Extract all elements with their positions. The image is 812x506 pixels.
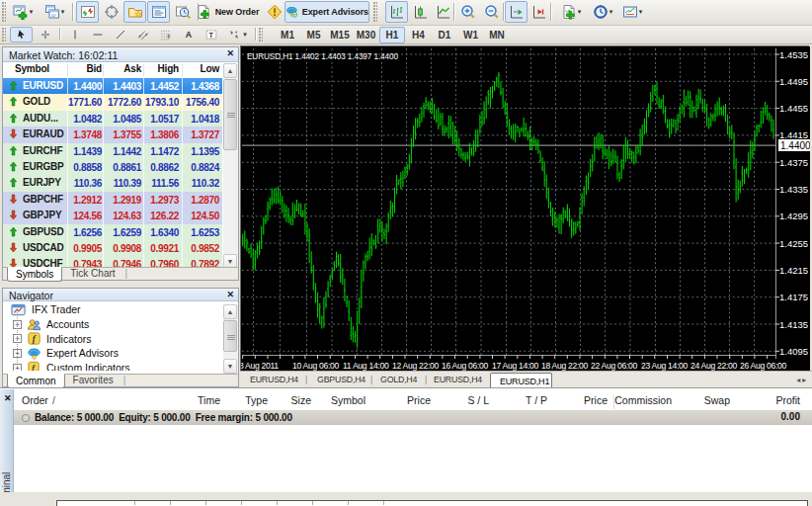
- svg-text:1.4135: 1.4135: [779, 319, 808, 330]
- svg-text:11 Aug 14:00: 11 Aug 14:00: [343, 361, 389, 371]
- svg-text:1.4255: 1.4255: [779, 238, 808, 249]
- svg-text:8 Aug 2011: 8 Aug 2011: [241, 361, 279, 371]
- svg-text:F: F: [167, 35, 170, 40]
- svg-text:10 Aug 06:00: 10 Aug 06:00: [292, 361, 340, 371]
- svg-text:24 Aug 22:00: 24 Aug 22:00: [690, 361, 738, 371]
- svg-text:1.4455: 1.4455: [779, 103, 808, 114]
- svg-text:23 Aug 14:00: 23 Aug 14:00: [641, 361, 689, 371]
- svg-text:1.4215: 1.4215: [779, 265, 808, 276]
- svg-text:1.4095: 1.4095: [779, 346, 808, 357]
- svg-text:A: A: [185, 30, 192, 40]
- svg-text:17 Aug 14:00: 17 Aug 14:00: [492, 361, 539, 371]
- svg-text:26 Aug 06:00: 26 Aug 06:00: [740, 361, 787, 371]
- svg-text:12 Aug 22:00: 12 Aug 22:00: [392, 361, 440, 371]
- svg-text:22 Aug 06:00: 22 Aug 06:00: [591, 361, 638, 371]
- svg-text:1.4495: 1.4495: [779, 76, 808, 87]
- svg-text:EURUSD,H1 1.4402 1.4403 1.439: EURUSD,H1 1.4402 1.4403 1.4397 1.4400: [247, 52, 398, 61]
- svg-text:1.4335: 1.4335: [779, 184, 808, 195]
- svg-text:1.4295: 1.4295: [779, 211, 808, 221]
- svg-text:T: T: [208, 31, 213, 40]
- svg-text:18 Aug 22:00: 18 Aug 22:00: [541, 361, 589, 371]
- svg-text:1.4375: 1.4375: [779, 157, 808, 168]
- svg-text:16 Aug 06:00: 16 Aug 06:00: [442, 361, 489, 371]
- svg-text:1.4400: 1.4400: [780, 140, 810, 151]
- svg-text:1.4535: 1.4535: [779, 49, 808, 60]
- svg-text:1.4175: 1.4175: [779, 292, 808, 302]
